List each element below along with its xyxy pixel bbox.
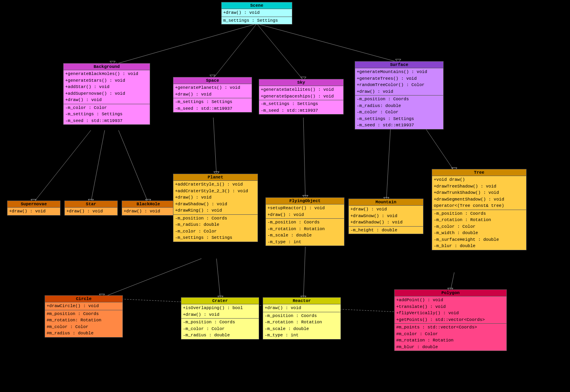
- blackhole-title: BlackHole: [122, 201, 175, 208]
- tree-title: Tree: [432, 169, 526, 176]
- circle-title: Circle: [45, 296, 122, 302]
- mountain-class: Mountain +draw() : void +drawSnow() : vo…: [348, 199, 423, 234]
- background-fields: -m_color : Color -m_settings : Settings …: [64, 104, 150, 125]
- blackhole-methods: +draw() : void: [122, 208, 175, 215]
- svg-line-5: [91, 130, 105, 203]
- reactor-class: Reactor +draw() : void -m_position : Coo…: [263, 297, 341, 339]
- planet-methods: +addCraterStyle_1() : void +addCraterSty…: [173, 181, 258, 215]
- star-methods: +draw() : void: [65, 208, 117, 215]
- diagram-canvas: Scene +draw() : void m_settings : Settin…: [0, 0, 570, 392]
- svg-line-12: [216, 259, 220, 299]
- polygon-class: Polygon +addPoint() : void +translate() …: [394, 289, 507, 351]
- space-title: Space: [173, 77, 252, 84]
- supernovae-class: Supernovae +draw() : void: [7, 201, 60, 216]
- planet-class: Planet +addCraterStyle_1() : void +addCr…: [173, 174, 258, 242]
- flyingobject-title: FlyingObject: [266, 198, 344, 204]
- flyingobject-class: FlyingObject +setupReactor() : void +dra…: [265, 197, 344, 246]
- space-fields: -m_settings : Settings -m_seed : std::mt…: [173, 98, 252, 112]
- polygon-title: Polygon: [395, 290, 506, 296]
- scene-title: Scene: [222, 2, 292, 9]
- background-class: Background +generateBlackHoles() : void …: [63, 63, 150, 125]
- sky-methods: +generateSatellites() : void +generateSp…: [259, 86, 343, 100]
- svg-line-0: [115, 24, 257, 64]
- polygon-methods: +addPoint() : void +translate() : void +…: [395, 296, 506, 324]
- surface-fields: -m_position : Coords -m_radius: double -…: [355, 96, 443, 129]
- surface-class: Surface +generateMountains() : void +gen…: [355, 61, 444, 129]
- sky-title: Sky: [259, 79, 343, 86]
- svg-line-7: [213, 118, 216, 175]
- flyingobject-fields: -m_position : Coords -m_rotation : Rotat…: [266, 219, 344, 246]
- circle-class: Circle +drawCircle() : void #m_position …: [45, 295, 123, 338]
- reactor-fields: -m_position : Coords -m_rotation : Rotat…: [263, 312, 340, 339]
- svg-line-14: [450, 272, 454, 291]
- tree-methods: +void draw() +drawTreeShadow() : void +d…: [432, 176, 526, 210]
- tree-class: Tree +void draw() +drawTreeShadow() : vo…: [432, 169, 527, 250]
- circle-methods: +drawCircle() : void: [45, 302, 122, 310]
- surface-title: Surface: [355, 62, 443, 68]
- reactor-title: Reactor: [263, 298, 340, 304]
- crater-class: Crater +isOverlapping() : bool +draw() :…: [181, 297, 259, 339]
- svg-line-3: [257, 24, 399, 62]
- mountain-methods: +draw() : void +drawSnow() : void +drawS…: [349, 206, 423, 227]
- star-title: Star: [65, 201, 117, 208]
- scene-class: Scene +draw() : void m_settings : Settin…: [221, 2, 292, 24]
- blackhole-class: BlackHole +draw() : void: [122, 201, 175, 216]
- svg-line-13: [303, 247, 305, 299]
- crater-fields: -m_position : Coords -m_color : Color -m…: [181, 319, 259, 339]
- reactor-methods: +draw() : void: [263, 304, 340, 312]
- svg-line-8: [303, 118, 305, 199]
- svg-line-2: [257, 24, 303, 80]
- sky-fields: -m_settings : Settings -m_seed : std::mt…: [259, 100, 343, 114]
- supernovae-title: Supernovae: [8, 201, 60, 208]
- polygon-fields: #m_points : std::vector<Coords> #m_color…: [395, 324, 506, 351]
- crater-title: Crater: [181, 298, 259, 304]
- mountain-fields: -m_height : double: [349, 227, 423, 234]
- mountain-title: Mountain: [349, 199, 423, 206]
- crater-methods: +isOverlapping() : bool +draw() : void: [181, 304, 259, 319]
- planet-fields: -m_position : Coords -m_radius: double -…: [173, 215, 258, 242]
- tree-fields: -m_position : Coords -m_rotation : Rotat…: [432, 210, 526, 250]
- supernovae-methods: +draw() : void: [8, 208, 60, 215]
- background-methods: +generateBlackHoles() : void +generateSt…: [64, 70, 150, 104]
- space-methods: +generatePlanets() : void +draw() : void: [173, 84, 252, 98]
- svg-line-1: [213, 24, 257, 78]
- svg-line-6: [119, 130, 148, 203]
- svg-line-4: [34, 130, 91, 203]
- surface-methods: +generateMountains() : void +generateTre…: [355, 68, 443, 96]
- svg-line-9: [386, 118, 391, 201]
- sky-class: Sky +generateSatellites() : void +genera…: [259, 79, 344, 114]
- background-title: Background: [64, 64, 150, 70]
- flyingobject-methods: +setupReactor() : void +draw() : void: [266, 204, 344, 219]
- space-class: Space +generatePlanets() : void +draw() …: [173, 77, 252, 113]
- star-class: Star +draw() : void: [64, 201, 118, 216]
- scene-fields: m_settings : Settings: [222, 17, 292, 24]
- svg-line-11: [103, 259, 201, 297]
- circle-fields: #m_position : Coords #m_rotation: Rotati…: [45, 310, 122, 337]
- planet-title: Planet: [173, 174, 258, 181]
- scene-methods: +draw() : void: [222, 9, 292, 17]
